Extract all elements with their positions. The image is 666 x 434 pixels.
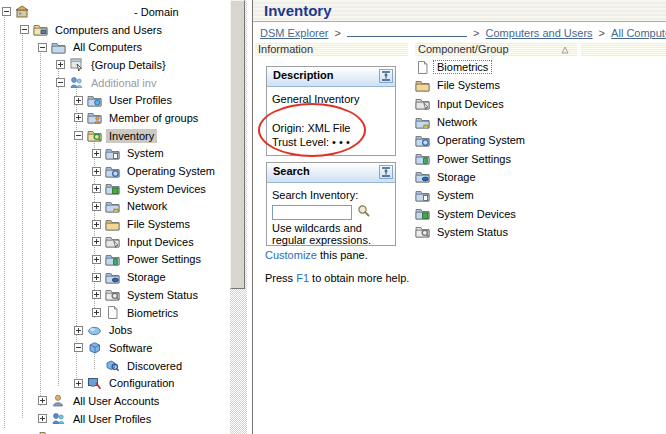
list-item-label[interactable]: File Systems	[433, 78, 504, 92]
tree-item-label[interactable]: Operating System	[124, 164, 218, 178]
tree-item[interactable]: Computers and Users	[0, 21, 230, 39]
list-item[interactable]: Network	[415, 113, 615, 131]
tree-expander-plus-icon[interactable]	[92, 237, 101, 246]
tree-item-label[interactable]: {Group Details}	[88, 58, 169, 72]
tree-item-label[interactable]: Member of groups	[106, 111, 201, 125]
list-item[interactable]: Storage	[415, 168, 615, 186]
information-column-header[interactable]: Information	[255, 42, 408, 57]
list-item-label[interactable]: System	[433, 188, 478, 202]
tree-item-label[interactable]: Software	[106, 341, 155, 355]
tree-item[interactable]: System Status	[0, 286, 230, 304]
tree-item-label[interactable]: System Status	[124, 288, 201, 302]
list-item-label[interactable]: Power Settings	[433, 152, 515, 166]
tree-item[interactable]: Jobs	[0, 321, 230, 339]
tree-item-label[interactable]: Inventory	[106, 129, 157, 143]
tree-expander-plus-icon[interactable]	[92, 167, 101, 176]
tree-item[interactable]: All Computers	[0, 38, 230, 56]
tree-expander-minus-icon[interactable]	[20, 25, 29, 34]
tree-item-label[interactable]: Power Settings	[124, 252, 204, 266]
tree-item-label[interactable]: User Profiles	[106, 93, 175, 107]
search-input[interactable]	[272, 205, 352, 220]
help-f1-link[interactable]: F1	[296, 272, 309, 284]
tree-expander-plus-icon[interactable]	[92, 255, 101, 264]
list-item[interactable]: System	[415, 186, 615, 204]
tree-expander-plus-icon[interactable]	[92, 184, 101, 193]
tree-item-label[interactable]: System	[124, 146, 167, 160]
list-item[interactable]: Input Devices	[415, 95, 615, 113]
tree-item[interactable]: Software	[0, 339, 230, 357]
tree-item-label[interactable]: All User Profiles	[70, 412, 154, 426]
list-item-label[interactable]: Biometrics	[433, 60, 492, 74]
breadcrumb-link[interactable]: All Computers	[611, 27, 666, 39]
list-item[interactable]: File Systems	[415, 76, 615, 94]
tree-expander-plus-icon[interactable]	[74, 326, 83, 335]
tree-expander-plus-icon[interactable]	[38, 396, 47, 405]
tree-item[interactable]: Power Settings	[0, 251, 230, 269]
component-group-column-header[interactable]: Component/Group	[415, 42, 577, 57]
tree-expander-plus-icon[interactable]	[38, 414, 47, 423]
tree-item-label[interactable]: Jobs	[106, 323, 135, 337]
tree-expander-plus-icon[interactable]	[92, 308, 101, 317]
tree-item[interactable]: - Domain	[0, 3, 230, 21]
list-item-label[interactable]: System Status	[433, 225, 512, 239]
tree-item-label[interactable]: - Domain	[131, 5, 182, 19]
list-item[interactable]: System Devices	[415, 204, 615, 222]
tree-item[interactable]: Member of groups	[0, 109, 230, 127]
collapse-pane-button[interactable]	[379, 69, 393, 83]
search-magnifier-icon[interactable]	[357, 204, 370, 220]
tree-item-label[interactable]: All Computers	[70, 40, 145, 54]
tree-expander-minus-icon[interactable]	[2, 7, 11, 16]
list-item-label[interactable]: Network	[433, 115, 481, 129]
tree-item-label[interactable]: Input Devices	[124, 235, 197, 249]
list-item-label[interactable]: System Devices	[433, 207, 520, 221]
tree-scrollbar-thumb[interactable]	[230, 0, 245, 289]
tree-expander-plus-icon[interactable]	[74, 113, 83, 122]
breadcrumb-link[interactable]: DSM Explorer	[260, 27, 328, 39]
tree-item[interactable]: {Group Details}	[0, 56, 230, 74]
tree-expander-plus-icon[interactable]	[92, 273, 101, 282]
empty-column-header[interactable]	[581, 42, 666, 57]
breadcrumb-link-blank[interactable]	[347, 25, 467, 37]
tree-item-label[interactable]: Computers and Users	[52, 23, 165, 37]
tree-expander-plus-icon[interactable]	[74, 96, 83, 105]
customize-link[interactable]: Customize	[265, 249, 317, 261]
tree-expander-plus-icon[interactable]	[74, 379, 83, 388]
tree-expander-minus-icon[interactable]	[74, 343, 83, 352]
tree-item[interactable]: Inventory	[0, 127, 230, 145]
tree-expander-minus-icon[interactable]	[74, 131, 83, 140]
tree-expander-plus-icon[interactable]	[92, 202, 101, 211]
tree-item[interactable]: Storage	[0, 268, 230, 286]
tree-item[interactable]: User Profiles	[0, 91, 230, 109]
tree-item-label[interactable]: System Devices	[124, 182, 209, 196]
tree-item-label[interactable]: File Systems	[124, 217, 193, 231]
tree-expander-plus-icon[interactable]	[56, 60, 65, 69]
tree-item[interactable]: Biometrics	[0, 304, 230, 322]
tree-expander-plus-icon[interactable]	[92, 290, 101, 299]
tree-item-label[interactable]: Additional inv	[88, 76, 159, 90]
tree-scrollbar[interactable]	[230, 0, 247, 434]
tree-item[interactable]	[0, 428, 230, 434]
tree-expander-minus-icon[interactable]	[38, 43, 47, 52]
list-item[interactable]: Operating System	[415, 131, 615, 149]
tree-item[interactable]: System	[0, 145, 230, 163]
tree-item-label[interactable]: Network	[124, 199, 170, 213]
tree-item-label[interactable]: Storage	[124, 270, 169, 284]
tree-item[interactable]: Configuration	[0, 374, 230, 392]
tree-item-label[interactable]: Discovered	[124, 359, 185, 373]
list-item[interactable]: System Status	[415, 223, 615, 241]
tree-item[interactable]: Discovered	[0, 357, 230, 375]
tree-item[interactable]: All User Profiles	[0, 410, 230, 428]
tree-item[interactable]: Additional inv	[0, 74, 230, 92]
tree-expander-plus-icon[interactable]	[92, 220, 101, 229]
tree-expander-plus-icon[interactable]	[92, 149, 101, 158]
tree-item[interactable]: Network	[0, 198, 230, 216]
list-item[interactable]: Biometrics	[415, 58, 615, 76]
tree-item-label[interactable]: Biometrics	[124, 306, 181, 320]
tree-item[interactable]: Operating System	[0, 162, 230, 180]
tree-item-label[interactable]: All User Accounts	[70, 394, 162, 408]
tree-expander-minus-icon[interactable]	[56, 78, 65, 87]
list-item-label[interactable]: Input Devices	[433, 97, 508, 111]
collapse-pane-button[interactable]	[379, 165, 393, 179]
tree-item[interactable]: All User Accounts	[0, 392, 230, 410]
tree-item-label[interactable]: Configuration	[106, 376, 177, 390]
